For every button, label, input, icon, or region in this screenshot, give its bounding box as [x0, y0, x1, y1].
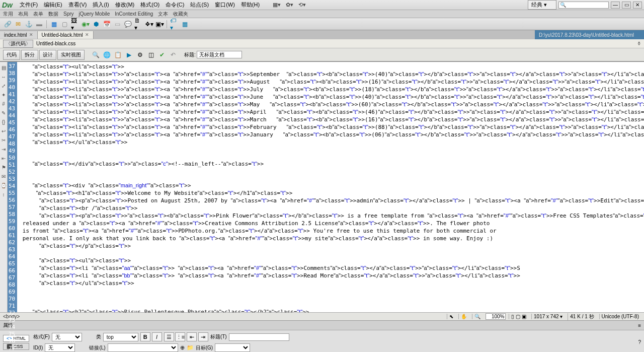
properties-css-tab[interactable]: ⬛CSS [3, 343, 29, 350]
extras-icon[interactable]: ▦▾ [273, 2, 281, 8]
target-select[interactable] [215, 343, 250, 352]
tab-text[interactable]: 文本 [158, 11, 168, 18]
code-view-button[interactable]: 代码 [3, 50, 20, 60]
tab-favorites[interactable]: 收藏夹 [173, 11, 188, 18]
menu-file[interactable]: 文件(F) [17, 0, 41, 10]
menu-command[interactable]: 命令(C) [163, 0, 187, 10]
menu-insert[interactable]: 插入(I) [90, 0, 112, 10]
inspect-icon[interactable]: 🔍 [91, 50, 101, 60]
script-icon[interactable]: ❖▾ [144, 20, 153, 29]
window-dimensions[interactable]: 1017 x 742 ▾ [531, 314, 565, 319]
refresh-icon[interactable]: ▶ [124, 50, 134, 60]
comment-icon[interactable]: 💬 [123, 20, 132, 29]
code-text-area[interactable]: "a">class="t"><ul"a">class="t">> "a">cla… [17, 62, 644, 312]
help-icon[interactable]: ? [638, 339, 641, 345]
workspace-layout-dropdown[interactable]: 经典 ▾ [528, 0, 556, 10]
menu-site[interactable]: 站点(S) [187, 0, 212, 10]
source-code-button[interactable]: 〈源代码〉 [3, 40, 33, 48]
filter-icon[interactable]: ⚱ [637, 41, 641, 46]
pointer-tool-icon[interactable]: ⬉ [447, 314, 455, 319]
visual-aids-icon[interactable]: ◫ [146, 50, 156, 60]
tab-data[interactable]: 数据 [48, 11, 58, 18]
open-docs-icon[interactable]: ▤ [0, 64, 7, 71]
sync-icon[interactable]: ⟲▾ [298, 2, 306, 8]
split-view-button[interactable]: 拆分 [21, 50, 38, 60]
image-icon[interactable]: 🖼▾ [70, 20, 79, 29]
browse-icon[interactable]: 📁 [187, 344, 194, 351]
minimize-button[interactable]: — [611, 2, 620, 9]
bold-button[interactable]: B [140, 332, 150, 341]
hand-tool-icon[interactable]: ✋ [458, 314, 469, 319]
design-view-button[interactable]: 设计 [39, 50, 56, 60]
title-field[interactable] [229, 333, 289, 341]
close-icon[interactable]: ✕ [85, 32, 89, 37]
zoom-tool-icon[interactable]: 🔍 [472, 314, 482, 319]
menu-help[interactable]: 帮助(H) [238, 0, 263, 10]
tab-layout[interactable]: 布局 [18, 11, 28, 18]
undo-icon[interactable]: ↶ [168, 50, 178, 60]
tab-forms[interactable]: 表单 [33, 11, 43, 18]
close-button[interactable]: ✕ [633, 2, 642, 9]
browser-icon[interactable]: 🌐 [102, 50, 112, 60]
table-icon[interactable]: ▦ [49, 20, 58, 29]
maximize-button[interactable]: ▭ [622, 2, 631, 9]
collapse-icon[interactable]: ↔ [0, 73, 7, 80]
menu-view[interactable]: 查看(V) [65, 0, 90, 10]
check-icon[interactable]: ✔ [157, 50, 167, 60]
properties-header[interactable]: 属性 ≡ [0, 321, 644, 330]
char-icon[interactable]: ▦ [180, 20, 189, 29]
search-field[interactable]: 🔍 [558, 2, 609, 9]
code-editor[interactable]: 37 38 39 40 41 42 43 44 45 46 47 48 49 5… [8, 62, 644, 312]
indent-icon[interactable]: ⇥ [0, 146, 7, 153]
move-icon[interactable]: ↕ [0, 191, 7, 198]
italic-button[interactable]: I [152, 332, 162, 341]
doc-tab-index[interactable]: index.html ✕ [0, 31, 38, 39]
widget-icon[interactable]: ⬢ [92, 20, 101, 29]
tab-jquery[interactable]: jQuery Mobile [79, 11, 110, 17]
anchor-icon[interactable]: ⚓ [24, 20, 33, 29]
menu-modify[interactable]: 修改(M) [112, 0, 138, 10]
menu-window[interactable]: 窗口(W) [212, 0, 238, 10]
related-css-file[interactable]: Untitled-black.css [36, 41, 75, 46]
highlight-icon[interactable]: ✎ [0, 109, 7, 116]
media-icon[interactable]: ◉▾ [81, 20, 90, 29]
doc-tab-untitled[interactable]: Untitled-black.html ✕ [38, 31, 94, 39]
menu-format[interactable]: 格式(O) [137, 0, 163, 10]
parent-tag-icon[interactable]: ⤢ [0, 82, 7, 89]
live-view-button[interactable]: 实时视图 [57, 50, 85, 60]
div-icon[interactable]: ▢ [60, 20, 69, 29]
tag-icon[interactable]: 🏷▾ [170, 20, 179, 29]
hyperlink-icon[interactable]: 🔗 [3, 20, 12, 29]
outdent-button[interactable]: ⇤ [187, 332, 197, 341]
email-icon[interactable]: ✉ [14, 20, 23, 29]
indent-button[interactable]: ⇥ [198, 332, 208, 341]
id-select[interactable]: 无 [45, 343, 75, 352]
options-icon[interactable]: ⚙ [135, 50, 145, 60]
tab-common[interactable]: 常用 [3, 11, 13, 18]
head-icon[interactable]: 🗎▾ [134, 20, 143, 29]
ssi-icon[interactable]: ▭ [113, 20, 122, 29]
link-select[interactable] [108, 343, 178, 352]
recent-icon[interactable]: ⌚ [0, 182, 7, 189]
outdent-icon[interactable]: ⇤ [0, 155, 7, 162]
panel-menu-icon[interactable]: ≡ [638, 323, 641, 328]
ol-button[interactable]: ⋮≡ [175, 332, 185, 341]
gear-icon[interactable]: ✿▾ [286, 2, 293, 8]
select-icon[interactable]: ✦ [0, 91, 7, 98]
date-icon[interactable]: 📅 [102, 20, 111, 29]
hr-icon[interactable]: ▬ [35, 20, 44, 29]
wrap-icon[interactable]: ↩ [0, 127, 7, 134]
zoom-field[interactable] [486, 313, 506, 320]
template-icon[interactable]: ▣▾ [155, 20, 164, 29]
class-select[interactable]: top [103, 333, 138, 341]
snippet-icon[interactable]: ✂ [0, 136, 7, 144]
menu-edit[interactable]: 编辑(E) [41, 0, 65, 10]
ul-button[interactable]: ☰ [164, 332, 174, 341]
tab-spry[interactable]: Spry [63, 11, 74, 17]
point-to-file-icon[interactable]: ⊕ [180, 344, 185, 351]
page-title-input[interactable] [197, 51, 242, 58]
close-icon[interactable]: ✕ [29, 32, 33, 37]
nav-icon[interactable]: 📋 [113, 50, 123, 60]
balance-icon[interactable]: {} [0, 118, 7, 125]
tab-incontext[interactable]: InContext Editing [115, 11, 153, 17]
